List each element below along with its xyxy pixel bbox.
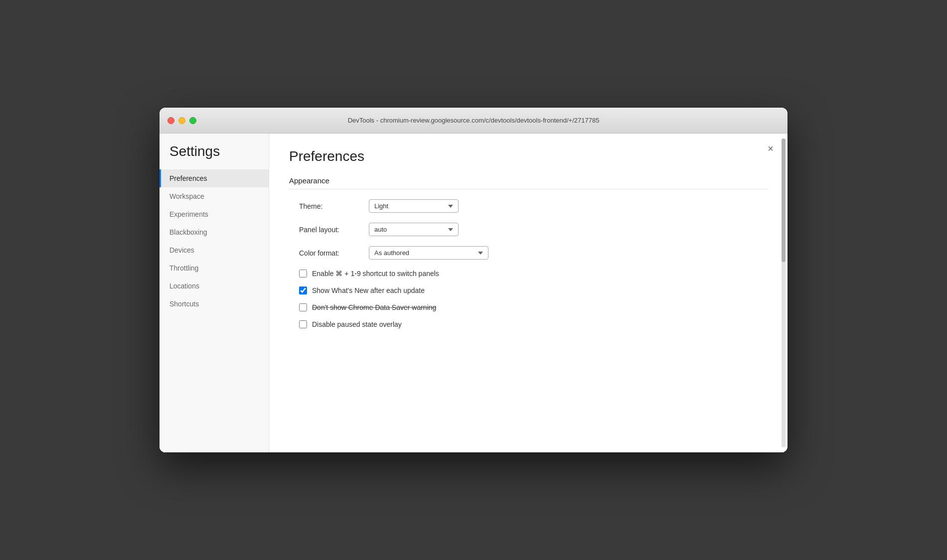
color-format-select[interactable]: As authored HEX RGB HSL bbox=[369, 246, 488, 260]
switch-panels-checkbox[interactable] bbox=[299, 270, 307, 278]
traffic-lights bbox=[167, 117, 196, 124]
window-content: Settings Preferences Workspace Experimen… bbox=[159, 134, 788, 452]
theme-label: Theme: bbox=[299, 202, 369, 210]
paused-state-checkbox[interactable] bbox=[299, 320, 307, 328]
panel-layout-row: Panel layout: auto horizontal vertical bbox=[289, 223, 768, 236]
main-content: × Preferences Appearance Theme: Light Da… bbox=[269, 134, 788, 452]
sidebar: Settings Preferences Workspace Experimen… bbox=[159, 134, 269, 452]
close-button[interactable]: × bbox=[764, 141, 778, 155]
sidebar-item-preferences[interactable]: Preferences bbox=[159, 169, 269, 187]
whats-new-checkbox[interactable] bbox=[299, 286, 307, 294]
paused-state-label: Disable paused state overlay bbox=[312, 320, 402, 328]
switch-panels-label: Enable ⌘ + 1-9 shortcut to switch panels bbox=[312, 270, 439, 278]
scrollbar[interactable] bbox=[782, 139, 786, 447]
paused-state-row: Disable paused state overlay bbox=[289, 320, 768, 328]
sidebar-heading: Settings bbox=[159, 143, 269, 169]
panel-layout-label: Panel layout: bbox=[299, 226, 369, 234]
minimize-traffic-light[interactable] bbox=[178, 117, 185, 124]
sidebar-item-shortcuts[interactable]: Shortcuts bbox=[159, 295, 269, 313]
sidebar-item-devices[interactable]: Devices bbox=[159, 241, 269, 259]
data-saver-checkbox[interactable] bbox=[299, 303, 307, 311]
color-format-row: Color format: As authored HEX RGB HSL bbox=[289, 246, 768, 260]
mac-window: DevTools - chromium-review.googlesource.… bbox=[159, 108, 788, 452]
sidebar-item-blackboxing[interactable]: Blackboxing bbox=[159, 223, 269, 241]
titlebar-title: DevTools - chromium-review.googlesource.… bbox=[348, 117, 600, 124]
sidebar-item-experiments[interactable]: Experiments bbox=[159, 205, 269, 223]
whats-new-label: Show What's New after each update bbox=[312, 286, 425, 294]
close-traffic-light[interactable] bbox=[167, 117, 174, 124]
appearance-section-title: Appearance bbox=[289, 176, 768, 189]
scrollbar-thumb bbox=[782, 139, 786, 262]
data-saver-row: Don't show Chrome Data Saver warning bbox=[289, 303, 768, 311]
sidebar-item-workspace[interactable]: Workspace bbox=[159, 187, 269, 205]
panel-layout-select[interactable]: auto horizontal vertical bbox=[369, 223, 459, 236]
sidebar-item-throttling[interactable]: Throttling bbox=[159, 259, 269, 277]
main-title: Preferences bbox=[289, 148, 768, 164]
sidebar-item-locations[interactable]: Locations bbox=[159, 277, 269, 295]
data-saver-label: Don't show Chrome Data Saver warning bbox=[312, 303, 436, 311]
color-format-label: Color format: bbox=[299, 249, 369, 257]
theme-row: Theme: Light Dark System preference bbox=[289, 199, 768, 213]
maximize-traffic-light[interactable] bbox=[189, 117, 196, 124]
switch-panels-row: Enable ⌘ + 1-9 shortcut to switch panels bbox=[289, 270, 768, 278]
titlebar: DevTools - chromium-review.googlesource.… bbox=[159, 108, 788, 134]
whats-new-row: Show What's New after each update bbox=[289, 286, 768, 294]
theme-select[interactable]: Light Dark System preference bbox=[369, 199, 459, 213]
